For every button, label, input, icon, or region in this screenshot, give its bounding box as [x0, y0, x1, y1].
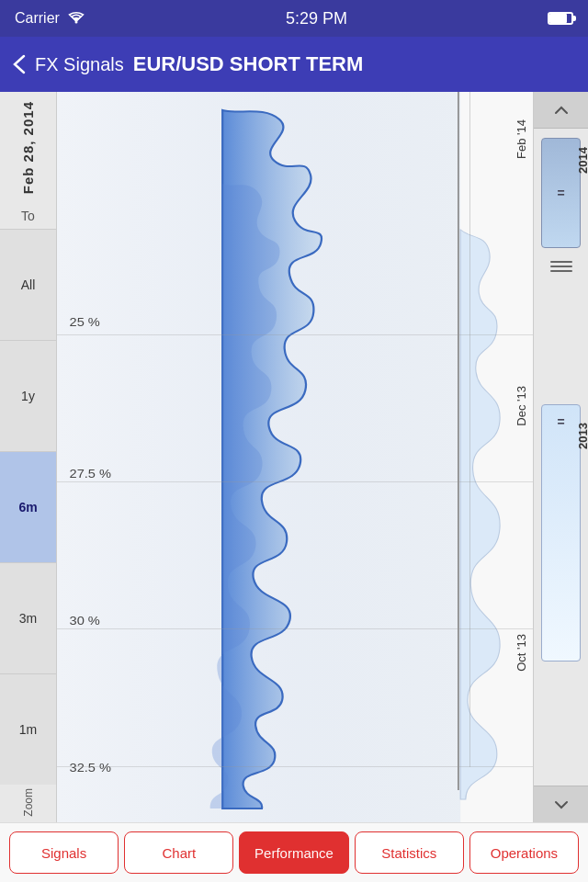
header: FX Signals EUR/USD SHORT TERM: [0, 37, 588, 92]
date-label: Feb 28, 2014: [20, 92, 36, 203]
status-right: [548, 12, 573, 25]
page-title: EUR/USD SHORT TERM: [133, 52, 364, 76]
fx-signals-label[interactable]: FX Signals: [35, 54, 124, 75]
svg-point-0: [74, 20, 77, 23]
tab-operations[interactable]: Operations: [469, 831, 579, 874]
grid-line-h3: [57, 481, 533, 482]
svg-text:32.5 %: 32.5 %: [70, 761, 112, 775]
right-scrollbar[interactable]: 2014 2013: [533, 92, 588, 822]
scroll-thumb-lower[interactable]: [541, 404, 581, 662]
grid-line-h2: [57, 628, 533, 629]
svg-text:30 %: 30 %: [70, 614, 100, 628]
tab-chart[interactable]: Chart: [124, 831, 233, 874]
scroll-up-button[interactable]: [534, 92, 588, 129]
wifi-icon: [67, 11, 85, 27]
time-btn-1m[interactable]: 1m: [0, 673, 56, 785]
back-button[interactable]: [13, 54, 26, 74]
left-sidebar: Feb 28, 2014 To All 1y 6m 3m 1m Zoom: [0, 92, 57, 822]
zoom-label: Zoom: [22, 785, 35, 822]
scroll-track[interactable]: 2014 2013: [534, 129, 588, 786]
to-label: To: [21, 203, 35, 229]
tab-signals[interactable]: Signals: [9, 831, 119, 874]
time-btn-3m[interactable]: 3m: [0, 562, 56, 673]
chart-svg: 32.5 % 30 % 27.5 % 25 %: [57, 92, 533, 822]
scroll-year-2013: 2013: [576, 423, 588, 449]
main-chart[interactable]: Feb '14 Dec '13 Oct '13: [57, 92, 533, 822]
chart-area: Feb 28, 2014 To All 1y 6m 3m 1m Zoom Feb…: [0, 92, 588, 822]
tab-statistics[interactable]: Statistics: [355, 831, 464, 874]
status-time: 5:29 PM: [286, 9, 347, 28]
grid-line-h1: [57, 766, 533, 767]
status-left: Carrier: [15, 10, 85, 27]
scroll-year-2014: 2014: [576, 147, 588, 174]
status-bar: Carrier 5:29 PM: [0, 0, 588, 37]
x-date-oct: Oct '13: [514, 634, 528, 672]
time-btn-6m[interactable]: 6m: [0, 451, 56, 562]
scroll-down-button[interactable]: [534, 786, 588, 822]
battery-icon: [548, 12, 573, 25]
time-btn-all[interactable]: All: [0, 229, 56, 340]
svg-text:25 %: 25 %: [70, 315, 100, 329]
scroll-thumb-upper[interactable]: [541, 138, 581, 248]
x-date-feb: Feb '14: [514, 119, 528, 159]
carrier-label: Carrier: [15, 10, 60, 27]
time-period-buttons: All 1y 6m 3m 1m: [0, 229, 56, 785]
tab-bar: Signals Chart Performance Statistics Ope…: [0, 822, 588, 882]
grid-line-h4: [57, 334, 533, 335]
scroll-drag-handle[interactable]: [537, 257, 584, 276]
grid-line-v1: [469, 92, 470, 767]
x-date-dec: Dec '13: [514, 386, 528, 426]
time-btn-1y[interactable]: 1y: [0, 340, 56, 451]
svg-text:27.5 %: 27.5 %: [70, 467, 112, 481]
tab-performance[interactable]: Performance: [239, 831, 348, 874]
